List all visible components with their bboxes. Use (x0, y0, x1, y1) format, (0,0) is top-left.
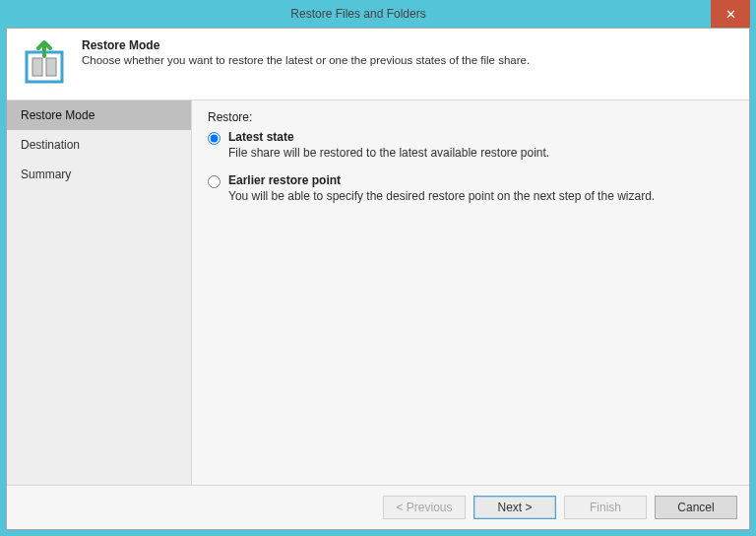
svg-rect-1 (32, 58, 42, 76)
page-subtitle: Choose whether you want to restore the l… (82, 54, 530, 66)
wizard-header: Restore Mode Choose whether you want to … (7, 29, 749, 100)
cancel-button[interactable]: Cancel (655, 496, 737, 519)
option-title: Latest state (228, 130, 549, 144)
wizard-steps: Restore Mode Destination Summary (7, 100, 192, 485)
radio-latest-state[interactable] (208, 132, 220, 145)
option-latest-state[interactable]: Latest state File share will be restored… (208, 130, 733, 160)
option-earlier-point[interactable]: Earlier restore point You will be able t… (208, 173, 733, 203)
sidebar-item-destination[interactable]: Destination (7, 130, 191, 160)
main-panel: Restore: Latest state File share will be… (192, 100, 749, 485)
radio-earlier-point[interactable] (208, 175, 220, 188)
window-chrome: Restore Files and Folders ✕ Restore Mode… (0, 0, 756, 536)
svg-rect-2 (46, 58, 56, 76)
sidebar-item-summary[interactable]: Summary (7, 160, 191, 189)
restore-label: Restore: (208, 110, 733, 124)
titlebar: Restore Files and Folders ✕ (6, 0, 750, 28)
wizard-body: Restore Mode Destination Summary Restore… (7, 100, 749, 485)
window-title: Restore Files and Folders (6, 0, 711, 28)
option-desc: You will be able to specify the desired … (228, 189, 655, 203)
next-button[interactable]: Next > (473, 496, 556, 519)
header-text: Restore Mode Choose whether you want to … (82, 38, 530, 66)
wizard-footer: < Previous Next > Finish Cancel (7, 485, 749, 529)
close-icon: ✕ (725, 7, 736, 22)
option-desc: File share will be restored to the lates… (228, 146, 549, 160)
sidebar-item-restore-mode[interactable]: Restore Mode (7, 100, 191, 130)
finish-button: Finish (564, 496, 647, 519)
page-title: Restore Mode (82, 38, 530, 52)
previous-button: < Previous (383, 496, 466, 519)
option-title: Earlier restore point (228, 173, 655, 187)
restore-icon (21, 38, 68, 86)
close-button[interactable]: ✕ (711, 0, 750, 28)
window-body: Restore Mode Choose whether you want to … (6, 28, 750, 530)
